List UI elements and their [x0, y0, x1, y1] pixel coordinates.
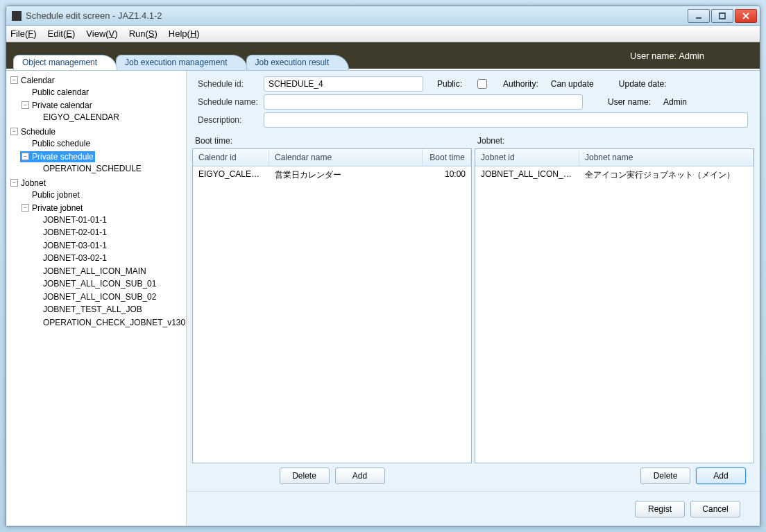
- col-boot-time[interactable]: Boot time: [423, 149, 471, 166]
- label-authority: Authority:: [503, 79, 538, 89]
- window-title: Schedule edit screen - JAZ1.4.1-2: [26, 10, 688, 21]
- tree-item[interactable]: JOBNET-03-02-1: [31, 252, 108, 264]
- label-description: Description:: [198, 115, 264, 125]
- tree-schedule[interactable]: −Schedule: [9, 126, 57, 137]
- tree-item[interactable]: OPERATION_CHECK_JOBNET_v130: [31, 317, 187, 328]
- cancel-button[interactable]: Cancel: [690, 501, 740, 517]
- tree-item[interactable]: JOBNET_ALL_ICON_SUB_02: [31, 291, 158, 302]
- value-authority: Can update: [551, 79, 594, 89]
- tree-private-schedule[interactable]: −Private schedule: [20, 151, 95, 162]
- label-update-date: Update date:: [619, 79, 667, 89]
- tree-panel[interactable]: −Calendar −Public calendar −Private cale…: [6, 71, 187, 526]
- public-checkbox[interactable]: [477, 79, 487, 89]
- tables-area: Boot time: Calendr id Calendar name Boot…: [187, 132, 760, 491]
- menu-edit[interactable]: Edit(E): [48, 28, 76, 39]
- tree-jobnet[interactable]: −Jobnet: [9, 178, 47, 189]
- menu-run[interactable]: Run(S): [129, 28, 158, 39]
- body: −Calendar −Public calendar −Private cale…: [6, 70, 760, 526]
- label-public: Public:: [437, 79, 462, 89]
- titlebar: Schedule edit screen - JAZ1.4.1-2: [6, 6, 760, 26]
- tree-eigyo-calendar[interactable]: EIGYO_CALENDAR: [31, 112, 121, 123]
- maximize-button[interactable]: [711, 9, 733, 23]
- jobnet-column: Jobnet: Jobnet id Jobnet name JOBNET_ALL…: [475, 132, 754, 491]
- jobnet-grid[interactable]: Jobnet id Jobnet name JOBNET_ALL_ICON_MA…: [475, 148, 754, 463]
- tree-item[interactable]: JOBNET-01-01-1: [31, 214, 108, 225]
- app-window: Schedule edit screen - JAZ1.4.1-2 File(F…: [6, 6, 760, 526]
- boot-add-button[interactable]: Add: [335, 467, 385, 484]
- boot-delete-button[interactable]: Delete: [280, 467, 330, 484]
- col-jobnet-name[interactable]: Jobnet name: [579, 149, 754, 166]
- col-calendar-id[interactable]: Calendr id: [193, 149, 269, 166]
- tree-public-calendar[interactable]: −Public calendar: [20, 87, 90, 98]
- app-icon: [12, 11, 22, 21]
- tree-operation-schedule[interactable]: OPERATION_SCHEDULE: [31, 163, 143, 174]
- label-schedule-name: Schedule name:: [198, 97, 264, 107]
- table-row[interactable]: EIGYO_CALENDAR 営業日カレンダー 10:00: [193, 166, 471, 184]
- tab-object-management[interactable]: Object management: [13, 55, 117, 70]
- menu-view[interactable]: View(V): [86, 28, 117, 39]
- tab-row: Object management Job execution manageme…: [6, 55, 760, 70]
- menu-help[interactable]: Help(H): [169, 28, 200, 39]
- jobnet-delete-button[interactable]: Delete: [640, 467, 690, 484]
- label-user-name: User name:: [608, 97, 651, 107]
- form-area: Schedule id: Public: Authority: Can upda…: [187, 71, 760, 132]
- tree-calendar[interactable]: −Calendar: [9, 75, 56, 86]
- regist-button[interactable]: Regist: [635, 501, 685, 517]
- tree-item[interactable]: JOBNET-02-01-1: [31, 227, 108, 238]
- tree-private-jobnet[interactable]: −Private jobnet: [20, 203, 84, 214]
- minimize-button[interactable]: [688, 9, 710, 23]
- tree-public-schedule[interactable]: Public schedule: [20, 138, 92, 149]
- col-jobnet-id[interactable]: Jobnet id: [475, 149, 579, 166]
- table-row[interactable]: JOBNET_ALL_ICON_MAIN 全アイコン実行ジョブネット（メイン）: [475, 166, 754, 184]
- schedule-id-input[interactable]: [264, 76, 423, 92]
- menubar: File(F) Edit(E) View(V) Run(S) Help(H): [6, 26, 760, 42]
- footer: Regist Cancel: [187, 491, 760, 526]
- tab-job-execution-management[interactable]: Job execution management: [116, 55, 247, 70]
- tree-item[interactable]: JOBNET_ALL_ICON_SUB_01: [31, 278, 158, 289]
- tree-item[interactable]: JOBNET_TEST_ALL_JOB: [31, 304, 144, 315]
- jobnet-add-button[interactable]: Add: [696, 467, 746, 484]
- boot-time-column: Boot time: Calendr id Calendar name Boot…: [192, 132, 472, 491]
- jobnet-title: Jobnet:: [475, 132, 754, 148]
- label-schedule-id: Schedule id:: [198, 79, 264, 89]
- col-calendar-name[interactable]: Calendar name: [269, 149, 423, 166]
- description-input[interactable]: [264, 112, 748, 128]
- boot-time-grid[interactable]: Calendr id Calendar name Boot time EIGYO…: [192, 148, 472, 463]
- value-user-name: Admin: [663, 97, 687, 107]
- tab-job-execution-result[interactable]: Job execution result: [246, 55, 350, 70]
- tree-item[interactable]: JOBNET-03-01-1: [31, 240, 108, 251]
- schedule-name-input[interactable]: [264, 94, 583, 110]
- main-panel: Schedule id: Public: Authority: Can upda…: [187, 71, 760, 526]
- tree-item[interactable]: JOBNET_ALL_ICON_MAIN: [31, 266, 148, 277]
- tree-private-calendar[interactable]: −Private calendar: [20, 100, 94, 111]
- close-button[interactable]: [735, 9, 757, 23]
- menu-file[interactable]: File(F): [10, 28, 37, 39]
- tree-public-jobnet[interactable]: Public jobnet: [20, 189, 81, 200]
- boot-time-title: Boot time:: [192, 132, 472, 148]
